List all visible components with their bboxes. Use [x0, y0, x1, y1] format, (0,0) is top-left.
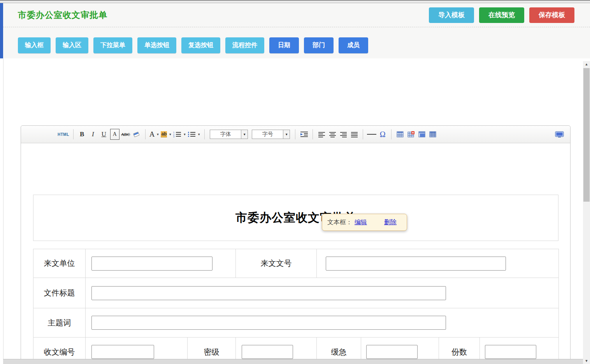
eraser-icon[interactable]: [132, 129, 141, 140]
widget-flow-control-button[interactable]: 流程控件: [225, 37, 264, 53]
toolbar-separator: [391, 129, 392, 139]
keywords-input[interactable]: [91, 316, 446, 330]
scroll-down-icon[interactable]: ▼: [583, 358, 590, 364]
toolbar-separator: [145, 129, 146, 139]
source-unit-input[interactable]: [91, 257, 212, 271]
font-family-select[interactable]: 字体 ▼: [210, 130, 248, 139]
save-template-button[interactable]: 保存模板: [529, 7, 574, 23]
label-source-unit: 来文单位: [33, 249, 86, 278]
doc-title-input[interactable]: [91, 286, 446, 300]
widget-department-button[interactable]: 部门: [304, 37, 334, 53]
table-row: 来文单位 来文文号: [33, 249, 559, 278]
rich-text-editor: HTML B I U A ABC A▼ ab▼ 123 ▼ ▼ 字体: [21, 125, 571, 364]
textbox-action-tooltip: 文本框： 编辑 删除: [322, 214, 407, 231]
caret-down-icon: ▼: [169, 133, 172, 136]
widget-dropdown-button[interactable]: 下拉菜单: [93, 37, 132, 53]
horizontal-rule-icon[interactable]: [367, 129, 376, 140]
vertical-scrollbar[interactable]: ▲ ▼: [583, 61, 590, 364]
form-table: 来文单位 来文文号 文件标题 主题词 收文编号 密级 缓急 份数: [33, 249, 559, 364]
table-row: 文件标题: [33, 278, 559, 308]
caret-down-icon: ▼: [283, 130, 290, 139]
ordered-list-icon[interactable]: 123 ▼: [173, 129, 186, 140]
bold-icon[interactable]: B: [77, 129, 87, 140]
widget-input-box-button[interactable]: 输入框: [18, 37, 51, 53]
tooltip-label: 文本框：: [327, 218, 352, 227]
form-title-box: 市委办公室收文审批单: [33, 195, 558, 241]
widget-member-button[interactable]: 成员: [339, 37, 368, 53]
widget-radio-button[interactable]: 单选按钮: [137, 37, 176, 53]
highlight-color-icon[interactable]: ab▼: [161, 129, 172, 140]
align-justify-icon[interactable]: [349, 129, 359, 140]
table-cells-icon[interactable]: [428, 129, 437, 140]
underline-icon[interactable]: U: [99, 129, 109, 140]
indent-icon[interactable]: [299, 129, 309, 140]
scroll-up-icon[interactable]: ▲: [583, 62, 590, 67]
align-left-icon[interactable]: [317, 129, 326, 140]
page-title: 市委办公室收文审批单: [18, 9, 107, 21]
italic-icon[interactable]: I: [88, 129, 98, 140]
header-actions: 导入模板 在线预览 保存模板: [429, 7, 574, 23]
import-template-button[interactable]: 导入模板: [429, 7, 474, 23]
receipt-number-input[interactable]: [91, 345, 154, 359]
caret-down-icon: ▼: [156, 133, 160, 136]
delete-table-icon[interactable]: [406, 129, 416, 140]
urgency-input[interactable]: [366, 345, 418, 359]
vertical-scrollbar-thumb[interactable]: [583, 68, 590, 202]
editor-toolbar: HTML B I U A ABC A▼ ab▼ 123 ▼ ▼ 字体: [21, 126, 570, 143]
left-edge-strip: [0, 3, 3, 58]
caret-down-icon: ▼: [197, 133, 200, 136]
copies-input[interactable]: [485, 345, 536, 359]
strikethrough-icon[interactable]: ABC: [121, 129, 130, 140]
html-source-icon[interactable]: HTML: [58, 129, 69, 140]
header-title-row: 市委办公室收文审批单 导入模板 在线预览 保存模板: [3, 3, 590, 27]
widget-input-area-button[interactable]: 输入区: [56, 37, 88, 53]
toolbar-separator: [313, 129, 313, 139]
toolbar-separator: [204, 129, 205, 139]
font-color-icon[interactable]: A▼: [149, 129, 160, 140]
special-character-icon[interactable]: Ω: [378, 129, 387, 140]
toolbar-separator: [363, 129, 363, 139]
caret-down-icon: ▼: [183, 133, 186, 136]
online-preview-button[interactable]: 在线预览: [479, 7, 524, 23]
edit-link[interactable]: 编辑: [355, 218, 367, 227]
delete-link[interactable]: 删除: [384, 218, 397, 227]
main-area: HTML B I U A ABC A▼ ab▼ 123 ▼ ▼ 字体: [3, 58, 590, 364]
widget-checkbox-button[interactable]: 复选按钮: [181, 37, 220, 53]
window-top-border: [0, 0, 590, 3]
align-right-icon[interactable]: [339, 129, 348, 140]
insert-table-icon[interactable]: [395, 129, 405, 140]
font-box-icon[interactable]: A: [110, 129, 119, 140]
header: 市委办公室收文审批单 导入模板 在线预览 保存模板 输入框 输入区 下拉菜单 单…: [3, 3, 590, 58]
label-doc-number: 来文文号: [236, 249, 317, 278]
caret-down-icon: ▼: [241, 130, 248, 139]
toolbar-separator: [73, 129, 74, 139]
toolbar-separator: [295, 129, 295, 139]
align-center-icon[interactable]: [328, 129, 337, 140]
font-size-select[interactable]: 字号 ▼: [252, 130, 290, 139]
label-keywords: 主题词: [33, 308, 86, 338]
label-doc-title: 文件标题: [33, 278, 86, 308]
unordered-list-icon[interactable]: ▼: [188, 129, 200, 140]
table-header-icon[interactable]: [417, 129, 427, 140]
table-row: 主题词: [33, 308, 559, 338]
doc-number-input[interactable]: [326, 257, 506, 271]
maximize-icon[interactable]: [555, 129, 564, 140]
horizontal-scrollbar[interactable]: [3, 359, 583, 364]
security-level-input[interactable]: [242, 345, 293, 359]
widget-button-row: 输入框 输入区 下拉菜单 单选按钮 复选按钮 流程控件 日期 部门 成员: [3, 27, 590, 53]
widget-date-button[interactable]: 日期: [269, 37, 299, 53]
svg-text:3: 3: [173, 135, 174, 137]
